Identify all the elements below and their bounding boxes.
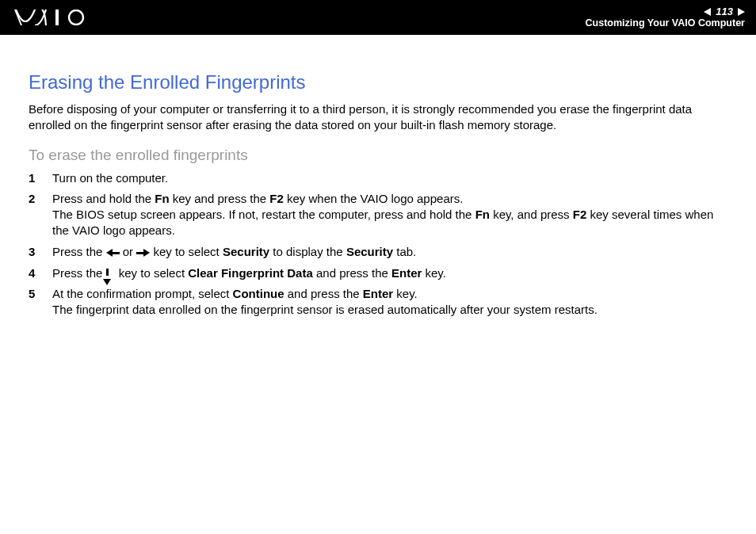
section-label: Customizing Your VAIO Computer <box>586 17 745 29</box>
step-number: 3 <box>29 244 40 261</box>
procedure-steps: 1 Turn on the computer. 2 Press and hold… <box>29 170 727 318</box>
next-page-arrow-icon[interactable] <box>738 8 745 16</box>
page-content: Erasing the Enrolled Fingerprints Before… <box>0 35 756 338</box>
intro-paragraph: Before disposing of your computer or tra… <box>29 101 727 134</box>
step-1: 1 Turn on the computer. <box>29 170 727 186</box>
step-number: 4 <box>29 265 40 281</box>
step-2: 2 Press and hold the Fn key and press th… <box>29 191 727 239</box>
arrow-left-icon <box>106 244 120 260</box>
header-right: 113 Customizing Your VAIO Computer <box>586 6 745 30</box>
step-5: 5 At the confirmation prompt, select Con… <box>29 286 727 318</box>
step-4: 4 Press the key to select Clear Fingerpr… <box>29 265 727 281</box>
step-text: Press the key to select Clear Fingerprin… <box>52 265 727 281</box>
vaio-logo <box>14 10 90 25</box>
step-text: Press the or key to select Security to d… <box>52 244 727 261</box>
step-text: Turn on the computer. <box>52 170 727 186</box>
page-title: Erasing the Enrolled Fingerprints <box>29 71 727 93</box>
prev-page-arrow-icon[interactable] <box>704 8 711 16</box>
procedure-subhead: To erase the enrolled fingerprints <box>29 147 727 164</box>
step-number: 5 <box>29 286 40 318</box>
arrow-down-icon <box>106 267 116 280</box>
step-number: 2 <box>29 191 40 239</box>
step-number: 1 <box>29 170 40 186</box>
page-header: 113 Customizing Your VAIO Computer <box>0 0 756 35</box>
page-nav: 113 <box>586 6 745 18</box>
step-text: Press and hold the Fn key and press the … <box>52 191 727 239</box>
svg-point-1 <box>69 10 83 25</box>
step-text: At the confirmation prompt, select Conti… <box>52 286 727 318</box>
svg-rect-0 <box>55 10 59 25</box>
step-3: 3 Press the or key to select Security to… <box>29 244 727 261</box>
arrow-right-icon <box>136 244 150 260</box>
page-number: 113 <box>716 6 733 18</box>
